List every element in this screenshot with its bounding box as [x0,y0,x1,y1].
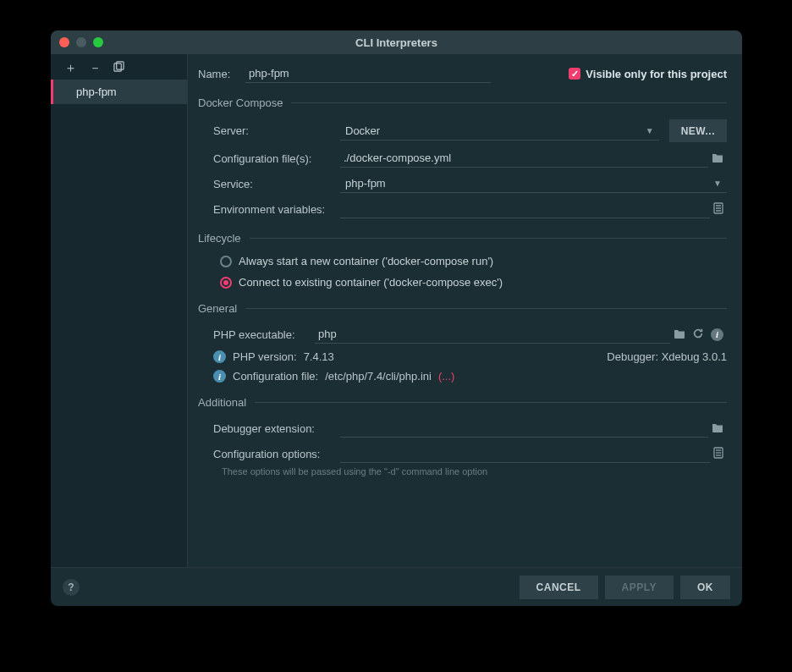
config-file-more-link[interactable]: (...) [438,370,455,383]
sidebar-item-php-fpm[interactable]: php-fpm [51,80,187,104]
visible-only-checkbox[interactable]: ✓ Visible only for this project [569,68,727,80]
info-button[interactable]: i [707,328,727,341]
titlebar: CLI Interpreters [51,30,742,54]
new-server-button[interactable]: NEW... [669,119,727,142]
service-label: Service: [213,178,340,190]
config-file-label: Configuration file: [233,370,318,383]
main-panel: Name: ✓ Visible only for this project Do… [188,54,742,567]
php-version-label: PHP version: [233,350,297,363]
name-input[interactable] [245,64,491,83]
remove-interpreter-button[interactable]: － [89,61,102,74]
config-files-input[interactable] [340,149,708,168]
sidebar-toolbar: ＋ － [51,54,187,80]
chevron-down-icon: ▼ [708,179,727,188]
name-label: Name: [198,68,245,80]
info-icon: i [213,370,226,383]
config-opts-input[interactable] [340,444,710,463]
service-select[interactable]: php-fpm ▼ [340,174,727,193]
config-files-label: Configuration file(s): [213,152,340,165]
copy-interpreter-button[interactable] [113,61,124,74]
chevron-down-icon: ▼ [641,126,659,135]
checkmark-icon: ✓ [569,68,580,80]
server-label: Server: [213,124,340,137]
radio-icon [220,256,232,267]
config-file-value: /etc/php/7.4/cli/php.ini [325,370,432,383]
section-lifecycle: Lifecycle [198,232,727,245]
edit-config-opts-button[interactable] [710,447,727,461]
browse-debugger-ext-button[interactable] [708,421,727,435]
php-exec-input[interactable] [315,325,670,344]
cli-interpreters-dialog: CLI Interpreters ＋ － php-fpm Name: ✓ Vis… [51,30,742,606]
interpreter-list-sidebar: ＋ － php-fpm [51,54,188,567]
env-vars-input[interactable] [340,200,710,218]
browse-php-exec-button[interactable] [670,328,689,341]
debugger-ext-input[interactable] [340,419,708,438]
apply-button[interactable]: APPLY [605,576,674,599]
edit-env-button[interactable] [710,202,727,217]
config-opts-hint: These options will be passed using the "… [222,466,727,476]
radio-icon [220,277,232,289]
info-icon: i [213,350,226,363]
debugger-ext-label: Debugger extension: [213,422,340,435]
section-docker-compose: Docker Compose [198,96,727,109]
config-opts-label: Configuration options: [213,448,340,460]
browse-config-files-button[interactable] [708,151,727,165]
sidebar-item-label: php-fpm [76,85,117,98]
php-version-value: 7.4.13 [304,350,334,363]
visible-only-label: Visible only for this project [586,68,727,80]
env-vars-label: Environment variables: [213,203,340,216]
cancel-button[interactable]: CANCEL [520,576,598,599]
window-title: CLI Interpreters [51,36,742,49]
lifecycle-radio-run[interactable]: Always start a new container ('docker-co… [220,255,727,267]
debugger-label: Debugger: [607,350,658,363]
php-exec-label: PHP executable: [213,328,315,341]
dialog-footer: ? CANCEL APPLY OK [51,567,742,606]
section-general: General [198,302,727,315]
add-interpreter-button[interactable]: ＋ [64,61,77,74]
debugger-value: Xdebug 3.0.1 [662,350,727,363]
lifecycle-radio-exec[interactable]: Connect to existing container ('docker-c… [220,276,727,289]
help-button[interactable]: ? [63,579,80,596]
section-additional: Additional [198,396,727,409]
reload-button[interactable] [689,328,707,342]
ok-button[interactable]: OK [680,576,730,599]
server-select[interactable]: Docker ▼ [340,122,659,140]
